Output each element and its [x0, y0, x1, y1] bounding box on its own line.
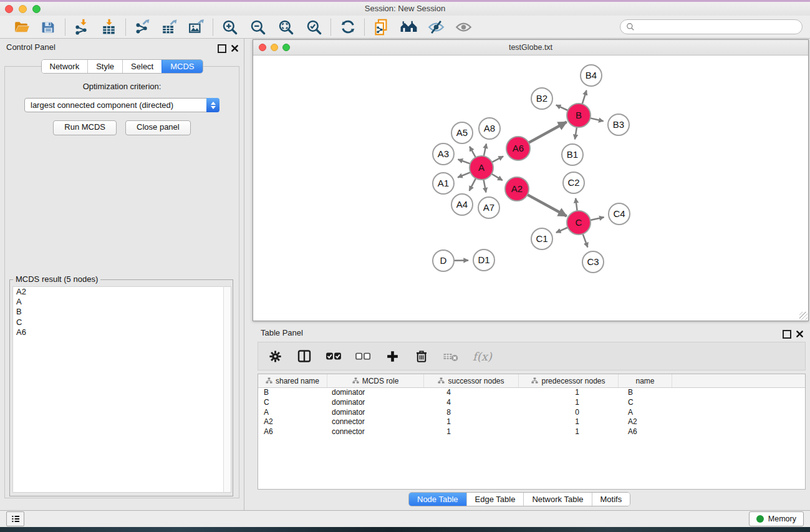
cell-successor-nodes[interactable]: 4	[423, 398, 518, 408]
graph-node-B[interactable]: B	[567, 104, 591, 127]
edge-A-A6[interactable]	[491, 157, 503, 163]
graph-node-B1[interactable]: B1	[562, 144, 583, 165]
edge-C-C4[interactable]	[590, 217, 604, 220]
table-row[interactable]: A2connector11A2	[258, 417, 805, 427]
minimize-window-button[interactable]	[19, 5, 27, 13]
cell-shared-name[interactable]: C	[258, 398, 327, 408]
graph-node-B2[interactable]: B2	[531, 88, 552, 109]
edge-A6-B[interactable]	[528, 122, 567, 143]
criterion-dropdown[interactable]: largest connected component (directed)	[24, 98, 219, 112]
tab-motifs[interactable]: Motifs	[592, 493, 630, 506]
zoom-in-icon[interactable]	[221, 19, 238, 36]
tab-select[interactable]: Select	[122, 60, 162, 73]
open-session-icon[interactable]	[13, 19, 30, 36]
close-table-panel-icon[interactable]	[795, 329, 804, 338]
table-row[interactable]: Adominator80A	[258, 408, 805, 418]
result-list-item[interactable]: A	[13, 297, 223, 307]
tab-mcds[interactable]: MCDS	[162, 60, 202, 73]
graph-node-B3[interactable]: B3	[608, 114, 629, 135]
graph-node-C[interactable]: C	[567, 211, 591, 235]
edge-A-A4[interactable]	[470, 178, 476, 191]
edge-A-A2[interactable]	[491, 173, 502, 180]
edge-B-B3[interactable]	[590, 118, 604, 121]
cell-predecessor-nodes[interactable]: 1	[518, 427, 618, 437]
column-header-name[interactable]: name	[618, 374, 672, 387]
edge-A-A5[interactable]	[470, 147, 476, 158]
cell-shared-name[interactable]: A2	[258, 417, 327, 427]
close-panel-button[interactable]: Close panel	[125, 120, 191, 135]
cell-shared-name[interactable]: A	[258, 408, 327, 418]
tab-node-table[interactable]: Node Table	[409, 493, 466, 506]
graph-node-B4[interactable]: B4	[581, 65, 602, 86]
edge-A-A1[interactable]	[458, 172, 471, 178]
result-list-scrollbar[interactable]	[223, 286, 231, 493]
edge-B-B4[interactable]	[582, 90, 586, 105]
export-network-icon[interactable]	[134, 19, 151, 36]
graph-node-A1[interactable]: A1	[433, 173, 454, 194]
cell-shared-name[interactable]: A6	[258, 427, 327, 437]
graph-node-C2[interactable]: C2	[563, 172, 584, 193]
cell-name[interactable]: A6	[618, 427, 672, 437]
column-header-shared-name[interactable]: shared name	[258, 374, 327, 387]
hide-graphics-icon[interactable]	[428, 19, 445, 36]
column-header-successor-nodes[interactable]: successor nodes	[423, 374, 518, 387]
cell-name[interactable]: B	[618, 388, 672, 398]
graph-node-C3[interactable]: C3	[582, 251, 604, 273]
export-image-icon[interactable]	[188, 19, 205, 36]
cell-MCDS-role[interactable]: dominator	[327, 388, 423, 398]
import-table-icon[interactable]	[100, 19, 117, 36]
graph-node-A3[interactable]: A3	[433, 143, 454, 165]
graph-node-C1[interactable]: C1	[531, 228, 552, 249]
cell-MCDS-role[interactable]: connector	[327, 417, 423, 427]
graph-node-A8[interactable]: A8	[479, 118, 500, 139]
graph-node-C4[interactable]: C4	[609, 203, 630, 225]
cell-name[interactable]: A	[618, 408, 672, 418]
run-mcds-button[interactable]: Run MCDS	[53, 120, 117, 135]
cell-predecessor-nodes[interactable]: 1	[518, 398, 618, 408]
search-input[interactable]	[639, 22, 796, 32]
zoom-fit-icon[interactable]	[277, 19, 294, 36]
column-header-MCDS-role[interactable]: MCDS role	[327, 374, 423, 387]
edge-A2-C[interactable]	[527, 195, 567, 216]
delete-table-icon[interactable]	[442, 347, 460, 365]
cell-name[interactable]: C	[618, 398, 672, 408]
network-canvas[interactable]: B4B2BB3A8A5A6A3B1AA1C2A2A4A7C4CC1D1DC3	[253, 56, 808, 321]
table-row[interactable]: Bdominator41B	[258, 388, 805, 398]
float-panel-icon[interactable]	[218, 44, 226, 53]
network-minimize-button[interactable]	[271, 44, 278, 51]
show-graphics-icon[interactable]	[455, 19, 472, 36]
add-column-icon[interactable]	[383, 347, 401, 365]
tab-network[interactable]: Network	[41, 60, 87, 73]
edge-C-C1[interactable]	[556, 227, 569, 233]
graph-node-A6[interactable]: A6	[506, 137, 530, 160]
column-header-predecessor-nodes[interactable]: predecessor nodes	[518, 374, 618, 387]
select-all-columns-icon[interactable]	[325, 347, 342, 365]
delete-column-icon[interactable]	[413, 347, 430, 365]
table-row[interactable]: A6connector11A6	[258, 427, 805, 437]
zoom-out-icon[interactable]	[249, 19, 266, 36]
result-list-item[interactable]: C	[13, 317, 223, 327]
tab-edge-table[interactable]: Edge Table	[466, 493, 524, 506]
result-list-item[interactable]: A2	[13, 287, 223, 297]
task-history-button[interactable]	[6, 511, 24, 526]
float-table-panel-icon[interactable]	[783, 330, 791, 339]
refresh-layout-icon[interactable]	[339, 19, 356, 36]
cell-successor-nodes[interactable]: 8	[423, 408, 518, 418]
graph-node-D[interactable]: D	[433, 250, 454, 271]
cell-predecessor-nodes[interactable]: 0	[518, 408, 618, 418]
table-row[interactable]: Cdominator41C	[258, 398, 805, 408]
network-close-button[interactable]	[259, 44, 266, 51]
zoom-window-button[interactable]	[32, 5, 41, 13]
network-zoom-button[interactable]	[282, 44, 290, 51]
graph-node-A5[interactable]: A5	[451, 122, 473, 143]
memory-button[interactable]: Memory	[749, 511, 804, 526]
cell-successor-nodes[interactable]: 1	[423, 427, 518, 437]
edge-B-B1[interactable]	[575, 127, 577, 140]
cell-MCDS-role[interactable]: connector	[327, 427, 423, 437]
cell-MCDS-role[interactable]: dominator	[327, 408, 423, 418]
export-table-icon[interactable]	[161, 19, 178, 36]
edge-B-B2[interactable]	[556, 105, 569, 110]
tab-network-table[interactable]: Network Table	[523, 493, 591, 506]
graph-node-A4[interactable]: A4	[451, 194, 473, 215]
search-box[interactable]	[620, 19, 803, 34]
